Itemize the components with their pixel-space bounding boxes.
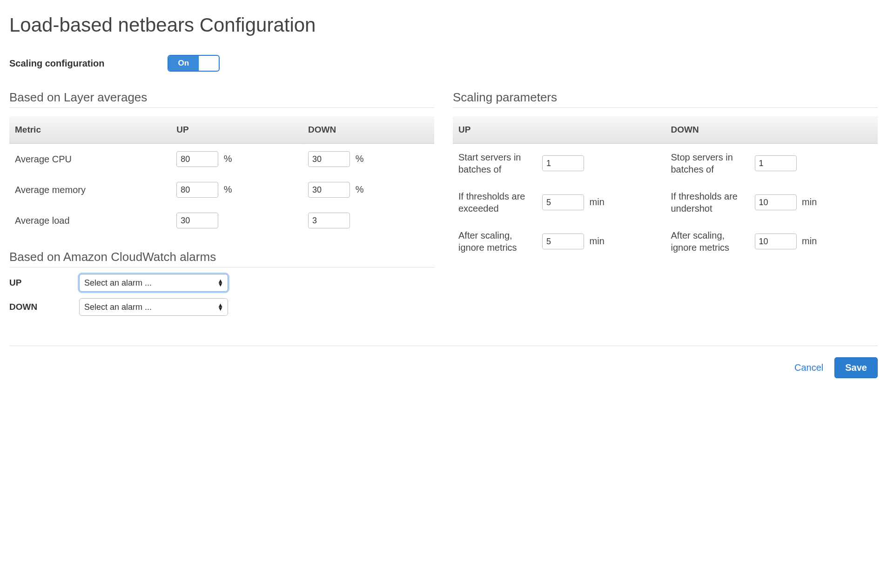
toggle-knob — [199, 56, 219, 71]
save-button[interactable]: Save — [834, 357, 878, 378]
unit-label: % — [356, 184, 364, 194]
unit-label: % — [224, 184, 232, 194]
scaling-params-title: Scaling parameters — [453, 90, 878, 108]
avg-memory-down-input[interactable] — [308, 182, 350, 198]
cancel-button[interactable]: Cancel — [794, 362, 823, 373]
table-row: After scaling, ignore metrics min After … — [453, 222, 878, 261]
threshold-undershot-input[interactable] — [755, 194, 797, 210]
start-batches-input[interactable] — [542, 155, 584, 171]
param-label: Stop servers in batches of — [665, 144, 749, 183]
col-down: DOWN — [302, 116, 434, 144]
ignore-down-input[interactable] — [755, 234, 797, 249]
unit-label: min — [802, 197, 817, 207]
col-up: UP — [453, 116, 665, 144]
unit-label: % — [356, 154, 364, 164]
avg-load-up-input[interactable] — [176, 213, 218, 228]
scaling-params-table: UP DOWN Start servers in batches of Stop… — [453, 116, 878, 261]
toggle-on-label: On — [168, 56, 199, 71]
unit-label: min — [802, 236, 817, 246]
cloudwatch-title: Based on Amazon CloudWatch alarms — [9, 250, 434, 267]
col-down: DOWN — [665, 116, 878, 144]
scaling-config-label: Scaling configuration — [9, 58, 168, 69]
avg-memory-up-input[interactable] — [176, 182, 218, 198]
page-title: Load-based netbears Configuration — [9, 14, 878, 36]
avg-cpu-down-input[interactable] — [308, 151, 350, 167]
avg-load-down-input[interactable] — [308, 213, 350, 228]
metric-label: Average load — [9, 205, 171, 236]
table-row: Average load — [9, 205, 434, 236]
table-row: Average CPU % % — [9, 144, 434, 175]
ignore-up-input[interactable] — [542, 234, 584, 249]
avg-cpu-up-input[interactable] — [176, 151, 218, 167]
metric-label: Average CPU — [9, 144, 171, 175]
cloudwatch-down-select[interactable]: Select an alarm ... — [79, 298, 228, 316]
unit-label: min — [590, 197, 605, 207]
param-label: After scaling, ignore metrics — [453, 222, 537, 261]
threshold-exceeded-input[interactable] — [542, 194, 584, 210]
cloudwatch-up-select[interactable]: Select an alarm ... — [79, 274, 228, 292]
table-row: Average memory % % — [9, 174, 434, 205]
unit-label: % — [224, 154, 232, 164]
layer-averages-title: Based on Layer averages — [9, 90, 434, 108]
unit-label: min — [590, 236, 605, 246]
col-up: UP — [171, 116, 302, 144]
param-label: If thresholds are undershot — [665, 183, 749, 222]
cloudwatch-down-label: DOWN — [9, 302, 79, 312]
param-label: Start servers in batches of — [453, 144, 537, 183]
table-row: Start servers in batches of Stop servers… — [453, 144, 878, 183]
param-label: If thresholds are exceeded — [453, 183, 537, 222]
param-label: After scaling, ignore metrics — [665, 222, 749, 261]
metric-label: Average memory — [9, 174, 171, 205]
table-row: If thresholds are exceeded min If thresh… — [453, 183, 878, 222]
cloudwatch-up-label: UP — [9, 278, 79, 288]
layer-averages-table: Metric UP DOWN Average CPU % % — [9, 116, 434, 236]
scaling-config-toggle[interactable]: On — [168, 55, 220, 72]
col-metric: Metric — [9, 116, 171, 144]
stop-batches-input[interactable] — [755, 155, 797, 171]
